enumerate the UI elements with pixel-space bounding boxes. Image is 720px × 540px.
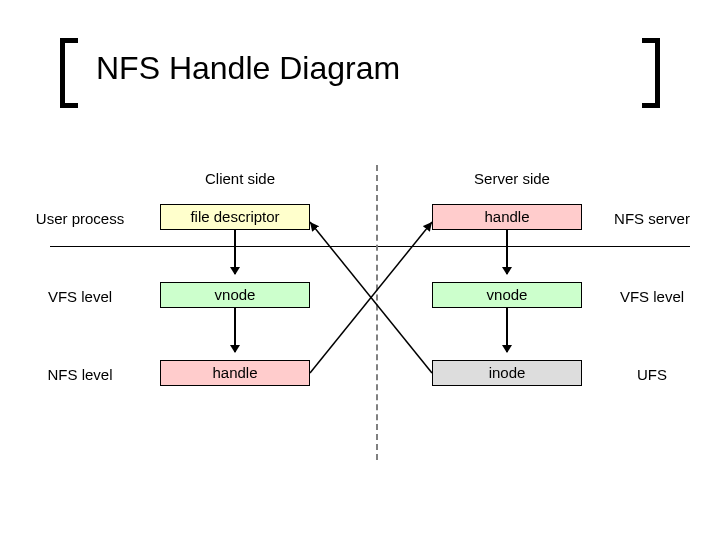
row-label-server-1: VFS level: [592, 288, 712, 305]
box-server-vnode: vnode: [432, 282, 582, 308]
box-server-inode: inode: [432, 360, 582, 386]
row-label-client-0: User process: [20, 210, 140, 227]
arrow-server-0: [506, 230, 508, 274]
title-bar: NFS Handle Diagram: [60, 38, 660, 108]
row-label-server-0: NFS server: [592, 210, 712, 227]
page-title: NFS Handle Diagram: [96, 50, 400, 87]
arrow-server-1: [506, 308, 508, 352]
bracket-right-icon: [636, 38, 660, 108]
box-client-handle: handle: [160, 360, 310, 386]
svg-line-0: [310, 222, 432, 373]
row-label-client-2: NFS level: [20, 366, 140, 383]
col-header-client: Client side: [160, 170, 320, 187]
box-server-handle: handle: [432, 204, 582, 230]
arrow-client-0: [234, 230, 236, 274]
col-header-server: Server side: [432, 170, 592, 187]
row-label-client-1: VFS level: [20, 288, 140, 305]
box-client-file-descriptor: file descriptor: [160, 204, 310, 230]
arrow-client-1: [234, 308, 236, 352]
bracket-left-icon: [60, 38, 84, 108]
row-label-server-2: UFS: [592, 366, 712, 383]
svg-line-1: [310, 222, 432, 373]
client-server-divider: [376, 165, 378, 460]
separator-line: [50, 246, 690, 247]
box-client-vnode: vnode: [160, 282, 310, 308]
